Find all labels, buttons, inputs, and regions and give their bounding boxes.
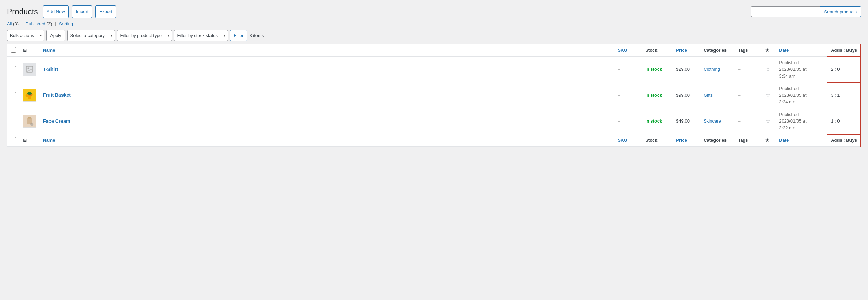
row-checkbox-cell <box>7 82 20 108</box>
footer-price-sort-link[interactable]: Price <box>676 138 687 143</box>
table-row: Face Cream – In stock $49.00 Skincare – … <box>7 108 861 134</box>
footer-price-col: Price <box>673 134 700 147</box>
thumb-col-header: ⊞ <box>20 44 39 56</box>
category-link[interactable]: Clothing <box>704 67 720 72</box>
featured-col-header: ★ <box>762 44 776 56</box>
product-thumbnail-cell <box>20 56 39 82</box>
adds-buys-cell: 1 : 0 <box>827 108 861 134</box>
stock-status-select[interactable]: Filter by stock status <box>174 30 228 41</box>
category-select-wrap: Select a category ▾ <box>67 30 115 41</box>
star-icon[interactable]: ☆ <box>765 66 771 73</box>
footer-cb-col <box>7 134 20 147</box>
category-link[interactable]: Skincare <box>704 118 721 124</box>
product-type-select-wrap: Filter by product type ▾ <box>117 30 172 41</box>
row-checkbox[interactable] <box>11 92 16 97</box>
row-checkbox[interactable] <box>11 66 16 71</box>
export-button[interactable]: Export <box>95 5 116 18</box>
product-name-cell: Face Cream <box>39 108 614 134</box>
date-text: Published2023/01/05 at3:34 am <box>779 60 807 79</box>
star-icon[interactable]: ☆ <box>765 118 771 125</box>
stock-cell: In stock <box>642 56 673 82</box>
published-count: (3) <box>46 21 52 26</box>
adds-buys-cell: 2 : 0 <box>827 56 861 82</box>
all-link[interactable]: All <box>7 21 12 26</box>
footer-tags-col: Tags <box>734 134 762 147</box>
row-checkbox-cell <box>7 108 20 134</box>
tags-cell: – <box>734 82 762 108</box>
product-thumbnail <box>23 63 36 76</box>
stock-status-select-wrap: Filter by stock status ▾ <box>174 30 228 41</box>
product-name-cell: T-Shirt <box>39 56 614 82</box>
svg-point-4 <box>28 96 31 99</box>
stock-status: In stock <box>645 67 662 72</box>
footer-sku-col: SKU <box>614 134 642 147</box>
filter-button[interactable]: Filter <box>230 30 248 41</box>
table-row: T-Shirt – In stock $29.00 Clothing – ☆ P… <box>7 56 861 82</box>
product-name-link[interactable]: Fruit Basket <box>43 92 71 98</box>
table-row: Fruit Basket – In stock $99.00 Gifts – ☆… <box>7 82 861 108</box>
bulk-actions-wrap: Bulk actions ▾ <box>7 30 44 41</box>
star-icon[interactable]: ☆ <box>765 92 771 99</box>
bulk-actions-select[interactable]: Bulk actions <box>7 30 44 41</box>
footer-select-all-checkbox[interactable] <box>11 137 16 142</box>
select-all-col <box>7 44 20 56</box>
tags-col-header: Tags <box>734 44 762 56</box>
categories-cell: Gifts <box>700 82 734 108</box>
product-type-select[interactable]: Filter by product type <box>117 30 172 41</box>
footer-adds-buys-col: Adds : Buys <box>827 134 861 147</box>
page-title: Products <box>7 7 38 16</box>
footer-sku-sort-link[interactable]: SKU <box>618 138 627 143</box>
product-name-cell: Fruit Basket <box>39 82 614 108</box>
all-count: (3) <box>13 21 19 26</box>
featured-cell: ☆ <box>762 82 776 108</box>
add-new-button[interactable]: Add New <box>43 5 69 18</box>
price-sort-link[interactable]: Price <box>676 48 687 53</box>
product-name-link[interactable]: Face Cream <box>43 118 70 124</box>
adds-buys-col-header: Adds : Buys <box>827 44 861 56</box>
product-name-link[interactable]: T-Shirt <box>43 67 58 72</box>
name-sort-link[interactable]: Name <box>43 48 55 53</box>
sku-cell: – <box>614 56 642 82</box>
categories-cell: Skincare <box>700 108 734 134</box>
footer-date-col: Date <box>776 134 827 147</box>
sep2: | <box>55 21 56 26</box>
categories-cell: Clothing <box>700 56 734 82</box>
svg-point-5 <box>27 92 32 95</box>
price-cell: $49.00 <box>673 108 700 134</box>
footer-stock-col: Stock <box>642 134 673 147</box>
stock-cell: In stock <box>642 108 673 134</box>
sku-col-header: SKU <box>614 44 642 56</box>
footer-date-sort-link[interactable]: Date <box>779 138 789 143</box>
search-input[interactable] <box>751 6 820 17</box>
category-link[interactable]: Gifts <box>704 93 713 98</box>
table-footer-row: ⊞ Name SKU Stock Price Categories Tags ★… <box>7 134 861 147</box>
footer-name-sort-link[interactable]: Name <box>43 138 55 143</box>
search-products-button[interactable]: Search products <box>820 6 861 17</box>
sku-sort-link[interactable]: SKU <box>618 48 627 53</box>
price-cell: $99.00 <box>673 82 700 108</box>
price-col-header: Price <box>673 44 700 56</box>
stock-status: In stock <box>645 118 662 124</box>
date-cell: Published2023/01/05 at3:34 am <box>776 82 827 108</box>
products-table: ⊞ Name SKU Stock Price Categories Tags ★… <box>7 44 861 147</box>
sep1: | <box>22 21 23 26</box>
sorting-link[interactable]: Sorting <box>59 21 73 26</box>
apply-button[interactable]: Apply <box>46 30 65 41</box>
items-count: 3 items <box>249 33 264 38</box>
date-cell: Published2023/01/05 at3:34 am <box>776 56 827 82</box>
category-select[interactable]: Select a category <box>67 30 115 41</box>
name-col-header: Name <box>39 44 614 56</box>
row-checkbox[interactable] <box>11 118 16 123</box>
sku-cell: – <box>614 108 642 134</box>
select-all-checkbox[interactable] <box>11 47 16 53</box>
published-link[interactable]: Published <box>26 21 45 26</box>
price-cell: $29.00 <box>673 56 700 82</box>
row-checkbox-cell <box>7 56 20 82</box>
stock-col-header: Stock <box>642 44 673 56</box>
image-icon: ⊞ <box>23 48 27 53</box>
import-button[interactable]: Import <box>72 5 92 18</box>
date-text: Published2023/01/05 at3:34 am <box>779 86 807 104</box>
sku-cell: – <box>614 82 642 108</box>
date-sort-link[interactable]: Date <box>779 48 789 53</box>
categories-col-header: Categories <box>700 44 734 56</box>
